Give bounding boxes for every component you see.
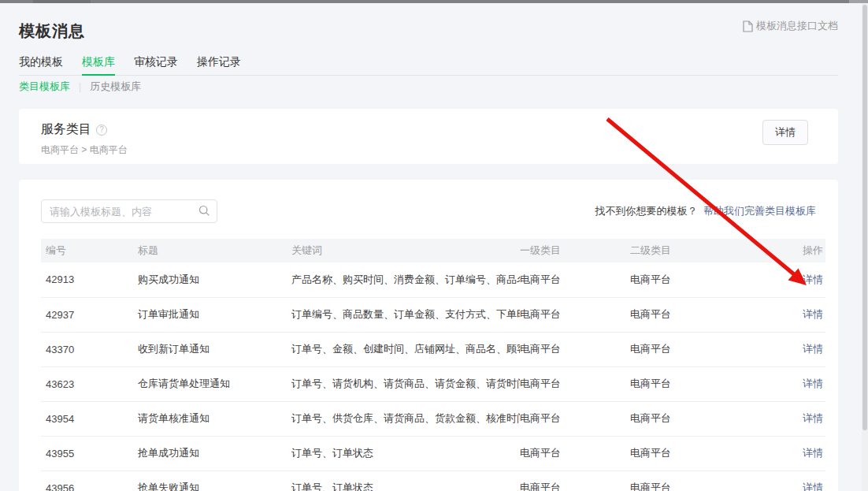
- cell-template-title: 仓库请货单处理通知: [138, 366, 291, 401]
- cell-template-id: 43955: [41, 436, 138, 471]
- cell-category-level1: 电商平台: [520, 262, 630, 297]
- subtab-category-library[interactable]: 类目模板库: [19, 80, 70, 94]
- hint-question: 找不到你想要的模板？: [595, 205, 697, 217]
- cell-template-keywords: 订单编号、商品数量、订单金额、支付方式、下单时间: [291, 297, 520, 332]
- breadcrumb: 电商平台 > 电商平台: [41, 143, 816, 157]
- cell-template-keywords: 订单号、金额、创建时间、店铺网址、商品名、顾客、数量...: [291, 332, 520, 366]
- subtab-history-library[interactable]: 历史模板库: [90, 80, 141, 94]
- cell-template-keywords: 订单号、供货仓库、请货商品、货款金额、核准时间: [291, 401, 520, 436]
- search-icon[interactable]: [198, 205, 210, 220]
- cell-category-level2: 电商平台: [630, 262, 778, 297]
- cell-category-level2: 电商平台: [630, 332, 778, 366]
- cell-template-id: 42937: [41, 297, 138, 332]
- tab-my-templates[interactable]: 我的模板: [19, 55, 63, 75]
- cell-category-level2: 电商平台: [630, 401, 778, 436]
- cell-template-title: 抢单失败通知: [138, 471, 291, 491]
- api-doc-link-label: 模板消息接口文档: [756, 19, 838, 33]
- table-row: 43956 抢单失败通知 订单号、订单状态 电商平台 电商平台 详情: [41, 471, 825, 491]
- cell-template-keywords: 订单号、订单状态: [291, 471, 520, 491]
- service-category-title: 服务类目: [41, 121, 91, 138]
- cell-category-level1: 电商平台: [520, 401, 630, 436]
- row-detail-link[interactable]: 详情: [803, 447, 823, 459]
- subtab-divider: |: [79, 81, 81, 92]
- table-header-row: 编号 标题 关键词 一级类目 二级类目 操作: [41, 239, 825, 262]
- cell-template-title: 订单审批通知: [138, 297, 291, 332]
- page-title: 模板消息: [19, 20, 85, 42]
- tab-review-records[interactable]: 审核记录: [134, 55, 178, 75]
- template-table: 编号 标题 关键词 一级类目 二级类目 操作 42913 购买成功通知 产品名称…: [41, 239, 825, 491]
- cell-template-keywords: 产品名称、购买时间、消费金额、订单编号、商品名称、支...: [291, 262, 520, 297]
- row-detail-link[interactable]: 详情: [803, 273, 823, 285]
- cell-category-level1: 电商平台: [520, 471, 630, 491]
- search-box: [41, 199, 217, 223]
- cell-template-id: 42913: [41, 262, 138, 297]
- cell-template-id: 43956: [41, 471, 138, 491]
- cell-category-level1: 电商平台: [520, 297, 630, 332]
- improve-library-link[interactable]: 帮助我们完善类目模板库: [703, 205, 816, 217]
- cell-template-keywords: 订单号、请货机构、请货商品、请货金额、请货时间: [291, 366, 520, 401]
- header-id: 编号: [41, 239, 138, 262]
- service-category-card: 服务类目 ? 电商平台 > 电商平台 详情: [19, 109, 838, 164]
- table-row: 43623 仓库请货单处理通知 订单号、请货机构、请货商品、请货金额、请货时间 …: [41, 366, 825, 401]
- row-detail-link[interactable]: 详情: [803, 343, 823, 355]
- cell-category-level2: 电商平台: [630, 436, 778, 471]
- table-row: 42913 购买成功通知 产品名称、购买时间、消费金额、订单编号、商品名称、支.…: [41, 262, 825, 297]
- header-title: 标题: [138, 239, 291, 262]
- tab-operation-records[interactable]: 操作记录: [197, 55, 241, 75]
- cell-template-title: 抢单成功通知: [138, 436, 291, 471]
- cell-template-keywords: 订单号、订单状态: [291, 436, 520, 471]
- scrollbar-thumb[interactable]: [862, 5, 867, 430]
- table-row: 42937 订单审批通知 订单编号、商品数量、订单金额、支付方式、下单时间 电商…: [41, 297, 825, 332]
- document-icon: [743, 20, 753, 32]
- category-detail-button[interactable]: 详情: [762, 120, 808, 145]
- cell-category-level2: 电商平台: [630, 366, 778, 401]
- cell-template-id: 43370: [41, 332, 138, 366]
- feedback-hint: 找不到你想要的模板？ 帮助我们完善类目模板库: [595, 204, 816, 218]
- row-detail-link[interactable]: 详情: [803, 482, 823, 491]
- window-top-strip: [0, 0, 868, 3]
- tab-bar: 我的模板 模板库 审核记录 操作记录: [19, 55, 838, 76]
- cell-category-level2: 电商平台: [630, 471, 778, 491]
- template-table-card: 找不到你想要的模板？ 帮助我们完善类目模板库 编号 标题 关键词 一级类目 二级…: [19, 180, 838, 491]
- header-action: 操作: [778, 239, 825, 262]
- help-icon[interactable]: ?: [96, 125, 107, 136]
- search-input[interactable]: [41, 199, 217, 223]
- window-top-strip-segment: [33, 0, 91, 3]
- row-detail-link[interactable]: 详情: [803, 412, 823, 424]
- header-category1: 一级类目: [520, 239, 630, 262]
- tab-template-library[interactable]: 模板库: [82, 55, 115, 75]
- cell-category-level1: 电商平台: [520, 366, 630, 401]
- header-category2: 二级类目: [630, 239, 778, 262]
- api-doc-link[interactable]: 模板消息接口文档: [743, 19, 838, 33]
- table-row: 43370 收到新订单通知 订单号、金额、创建时间、店铺网址、商品名、顾客、数量…: [41, 332, 825, 366]
- cell-template-title: 收到新订单通知: [138, 332, 291, 366]
- page-scrollbar[interactable]: [862, 3, 868, 491]
- cell-category-level1: 电商平台: [520, 436, 630, 471]
- subtab-bar: 类目模板库 | 历史模板库: [19, 80, 141, 94]
- header-keywords: 关键词: [291, 239, 520, 262]
- cell-template-id: 43954: [41, 401, 138, 436]
- cell-category-level1: 电商平台: [520, 332, 630, 366]
- cell-category-level2: 电商平台: [630, 297, 778, 332]
- cell-template-title: 请货单核准通知: [138, 401, 291, 436]
- cell-template-title: 购买成功通知: [138, 262, 291, 297]
- row-detail-link[interactable]: 详情: [803, 308, 823, 320]
- table-row: 43955 抢单成功通知 订单号、订单状态 电商平台 电商平台 详情: [41, 436, 825, 471]
- row-detail-link[interactable]: 详情: [803, 378, 823, 389]
- table-row: 43954 请货单核准通知 订单号、供货仓库、请货商品、货款金额、核准时间 电商…: [41, 401, 825, 436]
- cell-template-id: 43623: [41, 366, 138, 401]
